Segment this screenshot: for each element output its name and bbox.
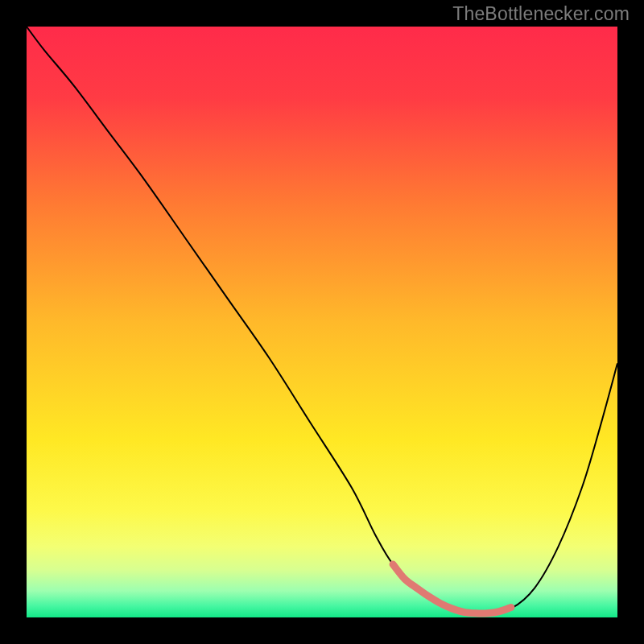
optimal-range-marker xyxy=(27,27,617,617)
chart-frame: TheBottlenecker.com xyxy=(0,0,644,644)
plot-area xyxy=(27,27,617,617)
watermark-text: TheBottlenecker.com xyxy=(452,3,630,25)
